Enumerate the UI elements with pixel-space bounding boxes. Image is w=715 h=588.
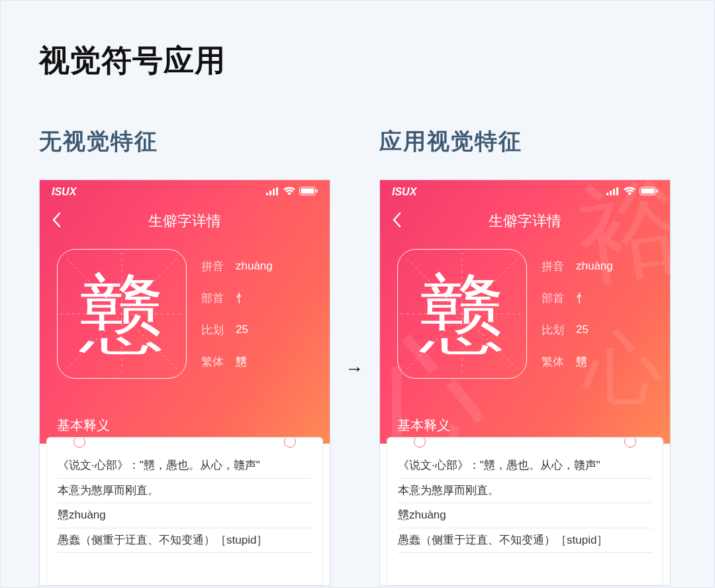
hero-area: ISUX 生僻字详情 — [40, 180, 330, 444]
prop-strokes: 比划 25 — [542, 322, 613, 338]
prop-label: 比划 — [201, 322, 228, 338]
prop-label: 拼音 — [542, 259, 568, 274]
nav-bar: 生僻字详情 — [380, 199, 670, 234]
character-glyph: 戆 — [79, 271, 164, 356]
status-bar: ISUX — [380, 180, 670, 199]
svg-rect-13 — [613, 189, 615, 195]
status-bar: ISUX — [40, 180, 330, 199]
svg-rect-3 — [276, 187, 278, 195]
definition-line: 愚蠢（侧重于迂直、不知变通）［stupid］ — [398, 528, 652, 554]
prop-value: 25 — [236, 323, 248, 336]
character-tile: 戆 — [57, 249, 187, 379]
svg-rect-17 — [657, 189, 658, 193]
prop-radical: 部首 忄 — [201, 291, 273, 306]
nav-title: 生僻字详情 — [380, 211, 670, 231]
definition-line: 《说文·心部》："戇，愚也。从心，赣声" — [398, 454, 652, 479]
prop-traditional: 繁体 戇 — [542, 354, 613, 369]
definition-line: 愚蠢（侧重于迂直、不知变通）［stupid］ — [58, 528, 312, 554]
hero-area: 裕 心 心 ISUX 生僻字详情 — [380, 180, 670, 444]
subtitle-right: 应用视觉特征 — [379, 126, 522, 157]
prop-value: 忄 — [236, 291, 247, 306]
definition-line: 戇zhuàng — [398, 503, 652, 528]
character-tile: 戆 — [397, 249, 527, 379]
carrier-label: ISUX — [392, 186, 416, 198]
definition-line: 本意为憨厚而刚直。 — [398, 479, 652, 504]
wifi-icon — [283, 186, 295, 198]
prop-pinyin: 拼音 zhuàng — [201, 259, 273, 274]
svg-rect-6 — [316, 189, 318, 193]
battery-icon — [299, 186, 318, 198]
prop-label: 部首 — [201, 291, 228, 306]
prop-value: zhuàng — [576, 260, 613, 273]
definition-line: 《说文·心部》："戇，愚也。从心，赣声" — [58, 454, 312, 479]
prop-label: 拼音 — [201, 259, 228, 274]
definition-line: 本意为憨厚而刚直。 — [58, 479, 312, 504]
subtitle-left: 无视觉特征 — [39, 126, 158, 157]
compare-arrow-icon: → — [345, 358, 363, 379]
prop-radical: 部首 忄 — [542, 291, 613, 306]
prop-value: 戇 — [236, 354, 247, 369]
character-properties: 拼音 zhuàng 部首 忄 比划 25 繁体 戇 — [201, 249, 273, 379]
svg-rect-5 — [301, 189, 314, 194]
definition-card: 《说文·心部》："戇，愚也。从心，赣声" 本意为憨厚而刚直。 戇zhuàng 愚… — [46, 437, 323, 585]
battery-icon — [640, 186, 658, 198]
svg-rect-16 — [642, 189, 655, 194]
svg-rect-14 — [616, 187, 618, 195]
prop-traditional: 繁体 戇 — [201, 354, 273, 369]
character-glyph: 戆 — [420, 271, 504, 356]
prop-label: 繁体 — [201, 354, 228, 369]
prop-strokes: 比划 25 — [201, 322, 273, 338]
character-properties: 拼音 zhuàng 部首 忄 比划 25 繁体 戇 — [542, 249, 613, 379]
nav-bar: 生僻字详情 — [40, 199, 330, 234]
prop-pinyin: 拼音 zhuàng — [542, 259, 613, 274]
wifi-icon — [624, 186, 636, 198]
signal-icon — [266, 186, 279, 198]
svg-rect-2 — [273, 189, 275, 195]
prop-label: 部首 — [542, 291, 568, 306]
phone-mock-right: 裕 心 心 ISUX 生僻字详情 — [379, 179, 671, 586]
nav-title: 生僻字详情 — [40, 211, 330, 231]
signal-icon — [606, 186, 620, 198]
svg-rect-0 — [266, 193, 268, 195]
carrier-label: ISUX — [52, 186, 76, 198]
prop-value: 戇 — [576, 354, 587, 369]
section-label: 基本释义 — [397, 416, 450, 434]
page-title: 视觉符号应用 — [39, 40, 226, 81]
svg-rect-11 — [606, 193, 608, 195]
definition-card: 《说文·心部》："戇，愚也。从心，赣声" 本意为憨厚而刚直。 戇zhuàng 愚… — [387, 437, 663, 585]
svg-rect-12 — [610, 191, 612, 195]
section-label: 基本释义 — [57, 416, 110, 434]
definition-line: 戇zhuàng — [58, 503, 312, 528]
phone-mock-left: ISUX 生僻字详情 — [39, 179, 330, 586]
prop-value: zhuàng — [236, 260, 273, 273]
prop-label: 繁体 — [542, 354, 568, 369]
prop-label: 比划 — [542, 322, 568, 338]
prop-value: 25 — [576, 323, 589, 336]
prop-value: 忄 — [576, 291, 587, 306]
svg-rect-1 — [269, 191, 271, 195]
